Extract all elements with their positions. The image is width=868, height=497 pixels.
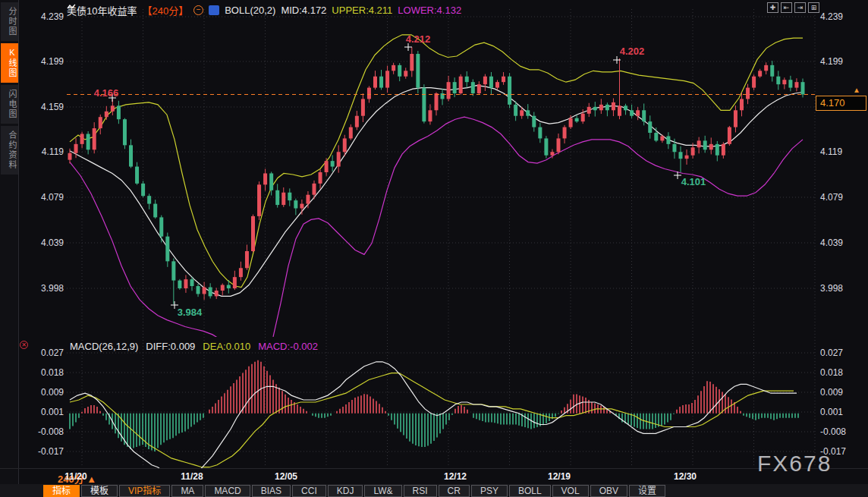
price-tick-left: 4.199 <box>24 56 64 67</box>
price-tick-right: 4.119 <box>820 146 842 157</box>
tab-CR[interactable]: CR <box>439 485 470 497</box>
price-tick-left: 4.079 <box>24 192 64 203</box>
tab-VIP指标[interactable]: VIP指标 <box>119 485 170 497</box>
price-extreme-annotation: 4.101 <box>681 176 706 187</box>
tab-RSI[interactable]: RSI <box>404 485 437 497</box>
boll-lower-value: LOWER:4.132 <box>398 5 461 16</box>
macd-tick-left: 0.009 <box>24 387 64 398</box>
price-extreme-annotation: 4.166 <box>94 87 119 99</box>
price-tick-right: 3.998 <box>820 283 843 294</box>
y-axis-scale-icon[interactable]: ⇥ <box>794 2 806 13</box>
price-tick-right: 4.199 <box>820 56 843 67</box>
tab-LW&[interactable]: LW& <box>364 485 401 497</box>
macd-header: MACD(26,12,9) DIFF:0.009 DEA:0.010 MACD:… <box>70 340 318 352</box>
price-extreme-annotation: 4.212 <box>406 33 431 45</box>
date-label: 11/20 <box>64 471 86 482</box>
macd-tick-left: -0.008 <box>24 426 64 437</box>
price-tick-left: 4.119 <box>24 146 64 157</box>
price-extreme-annotation: 3.984 <box>178 307 203 318</box>
price-tick-right: 4.239 <box>820 11 843 22</box>
date-label: 12/19 <box>548 471 571 482</box>
x-axis-scale-icon[interactable]: ⇤ <box>781 2 792 13</box>
boll-label: BOLL(20,2) <box>225 5 275 16</box>
period-badge: 【240分】 <box>142 3 188 17</box>
date-label: 11/28 <box>181 471 203 482</box>
tab-KDJ[interactable]: KDJ <box>328 485 363 497</box>
macd-tick-left: 0.001 <box>24 407 64 417</box>
price-marker-arrow: ▲ <box>853 86 860 94</box>
macd-params-label: MACD(26,12,9) <box>70 341 138 352</box>
chart-header: 美债10年收益率 【240分】 − BOLL(20,2) MID:4.172 U… <box>67 3 461 17</box>
tab-OBV[interactable]: OBV <box>590 485 627 497</box>
macd-macd-value: MACD:-0.002 <box>258 341 318 352</box>
boll-upper-value: UPPER:4.211 <box>332 5 392 16</box>
date-label: 12/05 <box>275 471 297 482</box>
tab-MA[interactable]: MA <box>171 485 203 497</box>
macd-tick-right: 0.018 <box>820 367 843 378</box>
sidebar-item-selected[interactable]: K线图 <box>1 43 18 83</box>
fx678-watermark: FX678 <box>757 451 832 477</box>
collapse-pane-icon[interactable]: − <box>193 5 203 15</box>
sidebar-item-tab[interactable]: 闪电图 <box>1 85 18 124</box>
expand-pane-icon[interactable]: ⊞ <box>808 2 819 13</box>
pan-icon[interactable]: ✚ <box>767 2 778 13</box>
price-tick-right: 4.039 <box>820 237 843 248</box>
tab-MACD[interactable]: MACD <box>205 485 250 497</box>
date-label: 12/12 <box>444 471 467 482</box>
macd-dea-value: DEA:0.010 <box>203 341 250 352</box>
chart-canvas[interactable] <box>0 0 868 497</box>
macd-tick-right: -0.008 <box>820 426 846 437</box>
macd-tick-left: 0.027 <box>24 348 64 358</box>
window-controls: ✚⇤⇥⊞ <box>767 2 819 13</box>
sidebar-item-tab[interactable]: 合约资料 <box>1 126 18 175</box>
sidebar-item-tab[interactable]: 分时图 <box>1 2 18 41</box>
sidebar: 分时图K线图闪电图合约资料 <box>0 0 19 497</box>
macd-diff-value: DIFF:0.009 <box>146 341 195 352</box>
tab-BIAS[interactable]: BIAS <box>252 485 291 497</box>
boll-mid-value: MID:4.172 <box>281 5 326 16</box>
macd-tick-right: 0.009 <box>820 387 843 398</box>
tab-CCI[interactable]: CCI <box>292 485 326 497</box>
tab-PSY[interactable]: PSY <box>471 485 508 497</box>
macd-tick-left: -0.017 <box>24 446 64 457</box>
price-extreme-annotation: 4.202 <box>620 46 645 57</box>
price-tick-left: 4.039 <box>24 237 64 248</box>
tab-模板[interactable]: 模板 <box>81 485 118 497</box>
time-axis: 240分 ▲ 11/2011/2812/0512/1212/1912/30 <box>0 468 868 484</box>
tab-BOLL[interactable]: BOLL <box>509 485 551 497</box>
date-label: 12/30 <box>674 471 697 482</box>
indicator-toolbar: 指标模板VIP指标MAMACDBIASCCIKDJLW&RSICRPSYBOLL… <box>0 484 868 497</box>
macd-tick-right: 0.027 <box>820 348 843 358</box>
tab-VOL[interactable]: VOL <box>552 485 589 497</box>
boll-indicator-icon[interactable] <box>209 5 219 15</box>
tab-设置[interactable]: 设置 <box>629 485 665 497</box>
current-price-box: 4.170 <box>816 96 866 111</box>
tab-指标[interactable]: 指标 <box>43 485 80 497</box>
price-tick-left: 4.239 <box>24 11 64 22</box>
chart-app: 分时图K线图闪电图合约资料 美债10年收益率 【240分】 − BOLL(20,… <box>0 0 868 497</box>
price-tick-left: 4.159 <box>24 102 64 112</box>
macd-tick-left: 0.018 <box>24 367 64 378</box>
instrument-title: 美债10年收益率 <box>67 3 137 17</box>
price-tick-left: 3.998 <box>24 283 64 294</box>
price-tick-right: 4.079 <box>820 192 843 203</box>
macd-tick-right: 0.001 <box>820 407 843 417</box>
